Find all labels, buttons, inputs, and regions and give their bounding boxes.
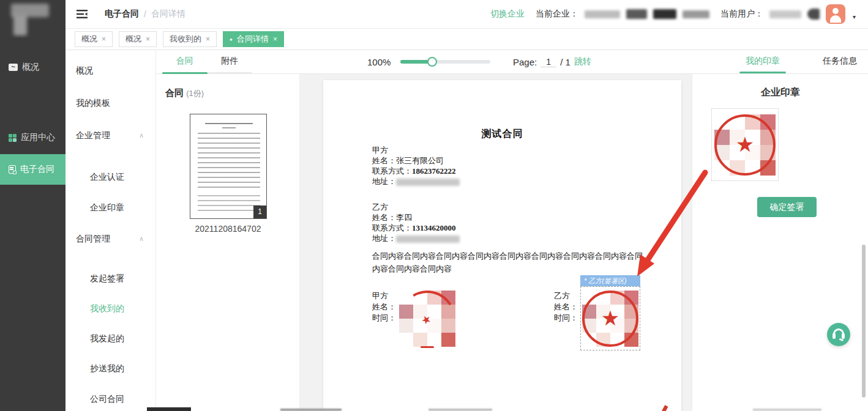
seal-panel: 企业印章 ★ 确定签署 <box>692 74 868 411</box>
close-icon[interactable]: × <box>102 35 106 43</box>
tab-attachment[interactable]: 附件 <box>208 50 253 73</box>
sidebar-item-company-seal[interactable]: 企业印章 <box>65 201 156 214</box>
party-b-sign-zone[interactable]: * 乙方(签署区) ★ <box>580 275 640 350</box>
tab-contract-detail[interactable]: ● 合同详情 × <box>223 31 284 47</box>
sidebar-item-contract-mgmt[interactable]: 合同管理∧ <box>65 232 156 245</box>
app-logo <box>0 0 65 38</box>
party-b-name: 李四 <box>396 213 412 222</box>
collapse-menu-icon[interactable] <box>77 9 88 19</box>
company-name-redacted <box>585 10 620 18</box>
contact-label: 联系方式： <box>372 166 412 176</box>
caret-down-icon[interactable]: ▾ <box>853 13 856 24</box>
party-a-phone: 18623762222 <box>412 166 456 176</box>
sidebar-item-company-mgmt[interactable]: 企业管理∧ <box>65 128 156 142</box>
page-number-input[interactable] <box>541 57 556 67</box>
contract-body-text: 合同内容合同内容合同内容合同内容合同内容合同内容合同内容合同内容合同内容合同内容… <box>372 250 645 275</box>
name-label: 姓名： <box>372 213 396 222</box>
star-icon: ★ <box>601 307 619 328</box>
switch-company-link[interactable]: 切换企业 <box>490 9 525 20</box>
header-right: 切换企业 当前企业： 当前用户： ▾ <box>490 4 868 24</box>
rail-item-e-contract[interactable]: 电子合同 <box>0 154 65 185</box>
customer-service-fab[interactable] <box>827 323 850 346</box>
page-navigation: Page: / 1 跳转 <box>513 50 591 73</box>
right-panel-tabs: 我的印章 任务信息 <box>735 50 868 73</box>
breadcrumb-root[interactable]: 电子合同 <box>105 9 139 20</box>
contract-page: 测试合同 甲方 姓名：张三有限公司 联系方式：18623762222 地址： 乙… <box>323 80 681 411</box>
app-root: ~ 概况 应用中心 电子合同 电子合同 / 合同详情 切换企业 当前企业： <box>0 0 868 411</box>
star-icon: ★ <box>736 133 754 154</box>
close-icon[interactable]: × <box>146 35 150 43</box>
document-viewer[interactable]: 测试合同 甲方 姓名：张三有限公司 联系方式：18623762222 地址： 乙… <box>300 74 692 411</box>
contract-document-icon <box>9 165 16 174</box>
party-a-name: 张三有限公司 <box>396 156 444 165</box>
rail-item-label: 电子合同 <box>20 164 54 175</box>
slider-thumb[interactable] <box>427 57 437 67</box>
thumbnail-text-lines <box>222 127 236 128</box>
tab-my-seal[interactable]: 我的印章 <box>743 50 782 73</box>
document-title: 测试合同 <box>323 128 681 141</box>
current-user-label: 当前用户： <box>720 9 763 20</box>
signature-b-labels: 乙方 姓名： 时间： <box>554 291 578 324</box>
party-a-stamp: ★ <box>399 291 455 347</box>
sign-zone-dashed-box[interactable]: ★ <box>580 286 640 350</box>
party-a-block: 甲方 姓名：张三有限公司 联系方式：18623762222 地址： <box>372 145 460 187</box>
contact-label: 联系方式： <box>372 223 412 232</box>
jump-link[interactable]: 跳转 <box>574 56 591 67</box>
stamp-mark <box>421 346 434 348</box>
close-icon[interactable]: × <box>273 35 277 43</box>
sign-zone-label: * 乙方(签署区) <box>580 275 640 286</box>
tab-received[interactable]: 我收到的 × <box>163 31 217 47</box>
sidebar-item-my-templates[interactable]: 我的模板 <box>65 96 156 109</box>
address-redacted <box>396 235 460 243</box>
active-dot-icon: ● <box>230 37 233 42</box>
party-b-heading: 乙方 <box>372 202 460 212</box>
rail-item-label: 应用中心 <box>21 132 55 143</box>
thumbnail-page-badge: 1 <box>253 206 266 218</box>
avatar[interactable] <box>826 4 845 24</box>
sidebar-item-cc-me[interactable]: 抄送我的 <box>65 361 156 375</box>
open-tabs-bar: 概况 × 概况 × 我收到的 × ● 合同详情 × <box>65 29 868 50</box>
tab-label: 我收到的 <box>170 34 201 45</box>
vertical-scrollbar[interactable] <box>862 245 866 398</box>
sidebar-item-received[interactable]: 我收到的 <box>65 302 156 315</box>
breadcrumb-separator: / <box>144 9 146 19</box>
contract-list-panel: 合同 (1份) 1 20211208164702 <box>156 74 300 411</box>
tab-overview-2[interactable]: 概况 × <box>119 31 157 47</box>
seal-panel-title: 企业印章 <box>692 86 868 99</box>
close-icon[interactable]: × <box>206 35 210 43</box>
sidebar-item-initiate-sign[interactable]: 发起签署 <box>65 272 156 285</box>
confirm-sign-button[interactable]: 确定签署 <box>757 197 817 217</box>
company-seal-item[interactable]: ★ <box>711 108 779 181</box>
tab-label: 合同详情 <box>237 34 269 45</box>
tab-contract[interactable]: 合同 <box>162 50 208 73</box>
breadcrumb: 电子合同 / 合同详情 <box>105 9 185 20</box>
sidebar-item-overview[interactable]: 概况 <box>65 64 156 77</box>
background-window-sliver <box>428 409 492 411</box>
document-tabs: 合同 附件 <box>162 50 252 73</box>
top-header: 电子合同 / 合同详情 切换企业 当前企业： 当前用户： ▾ <box>65 0 868 29</box>
company-seal-stamp: ★ <box>714 114 776 176</box>
rail-item-app-center[interactable]: 应用中心 <box>0 128 65 147</box>
sidebar-item-company-auth[interactable]: 企业认证 <box>65 170 156 183</box>
sidebar-item-initiated-by-me[interactable]: 我发起的 <box>65 331 156 345</box>
company-name-redacted <box>653 9 676 19</box>
thumbnail-text-lines <box>205 123 253 124</box>
page-label: Page: <box>513 57 537 67</box>
address-label: 地址： <box>372 234 396 243</box>
logo-redacted <box>13 13 27 35</box>
background-window-sliver <box>280 409 342 411</box>
page-total: / 1 <box>560 57 571 67</box>
thumbnail-text-lines <box>198 133 260 191</box>
user-name-redacted <box>769 10 801 18</box>
contract-thumbnail[interactable]: 1 <box>190 114 267 219</box>
party-b-phone: 13134620000 <box>412 223 456 232</box>
rail-item-overview[interactable]: ~ 概况 <box>0 58 65 76</box>
tab-overview-1[interactable]: 概况 × <box>75 31 113 47</box>
tab-label: 概况 <box>125 34 141 45</box>
user-name-redacted <box>807 9 820 20</box>
party-b-block: 乙方 姓名：李四 联系方式：13134620000 地址： <box>372 202 460 243</box>
name-label: 姓名： <box>372 156 396 165</box>
zoom-slider[interactable] <box>400 60 490 64</box>
tab-task-info[interactable]: 任务信息 <box>820 50 859 73</box>
sidebar-item-company-contracts[interactable]: 公司合同 <box>65 392 156 405</box>
